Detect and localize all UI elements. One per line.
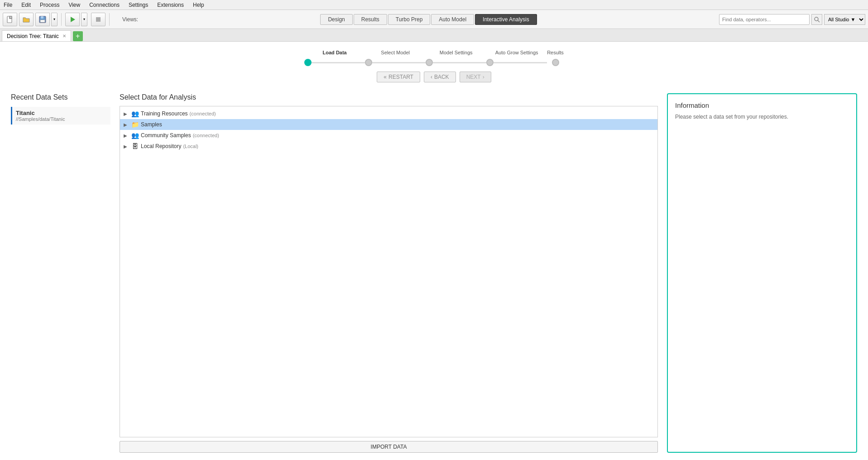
recent-item-name: Titanic: [16, 110, 107, 116]
tab-design[interactable]: Design: [320, 14, 352, 25]
tab-close-button[interactable]: ✕: [62, 34, 66, 38]
search-area: All Studio ▼: [719, 14, 865, 25]
tree-icon-local: 🗄: [131, 143, 139, 150]
step-select-model-label: Select Model: [381, 50, 410, 55]
tabbar: Decision Tree: Titanic ✕ +: [0, 29, 868, 42]
connector-2: [372, 62, 426, 63]
content-area: Recent Data Sets Titanic //Samples/data/…: [0, 86, 868, 460]
run-dropdown-button[interactable]: ▾: [81, 13, 87, 26]
tree-label-community: Community Samples: [141, 132, 191, 139]
views-label: Views:: [122, 16, 138, 23]
info-title: Information: [675, 101, 849, 109]
tree-item-local[interactable]: ▶ 🗄 Local Repository (Local): [120, 141, 657, 152]
search-input[interactable]: [719, 14, 810, 25]
separator-2: [109, 13, 110, 26]
tree-arrow-community: ▶: [124, 133, 129, 138]
svg-marker-5: [71, 17, 75, 22]
menu-connections[interactable]: Connections: [87, 2, 121, 8]
new-button[interactable]: [3, 13, 17, 26]
svg-line-8: [818, 20, 820, 22]
wizard-steps: Load Data Select Model Model Settings Au…: [0, 42, 868, 68]
back-icon: ‹: [431, 74, 432, 80]
tree-arrow-local: ▶: [124, 144, 129, 149]
open-button[interactable]: [19, 13, 34, 26]
tree-item-samples[interactable]: ▶ 📁 Samples: [120, 119, 657, 130]
tree-sublabel-training: (connected): [190, 111, 216, 116]
menu-file[interactable]: File: [2, 2, 14, 8]
svg-rect-6: [96, 17, 101, 22]
next-icon: ›: [483, 74, 484, 80]
restart-icon: «: [384, 74, 387, 80]
connector-4: [494, 62, 547, 63]
tree-sublabel-community: (connected): [193, 133, 219, 138]
step-model-settings-dot: [426, 59, 433, 66]
restart-label: RESTART: [388, 74, 413, 80]
info-panel: Information Please select a data set fro…: [667, 93, 857, 453]
stop-button[interactable]: [91, 13, 106, 26]
step-auto-grow-settings-dot: [486, 59, 494, 66]
search-button[interactable]: [811, 14, 822, 25]
step-model-settings-label: Model Settings: [440, 50, 473, 55]
svg-point-7: [815, 17, 818, 21]
left-panel: Recent Data Sets Titanic //Samples/data/…: [11, 93, 110, 453]
step-results-dot: [552, 59, 559, 66]
svg-rect-1: [10, 16, 12, 19]
step-load-data-dot: [304, 59, 312, 66]
tree-arrow-samples: ▶: [124, 122, 129, 127]
next-button[interactable]: NEXT ›: [460, 72, 491, 82]
connector-3: [433, 62, 486, 63]
info-text: Please select a data set from your repos…: [675, 114, 849, 120]
tree-label-training: Training Resources: [141, 110, 188, 117]
next-label: NEXT: [466, 74, 481, 80]
restart-button[interactable]: « RESTART: [377, 72, 420, 82]
active-tab[interactable]: Decision Tree: Titanic ✕: [2, 30, 71, 41]
recent-item-titanic[interactable]: Titanic //Samples/data/Titanic: [11, 107, 110, 125]
back-label: BACK: [434, 74, 449, 80]
select-data-title: Select Data for Analysis: [120, 93, 658, 101]
wizard-nav: « RESTART ‹ BACK NEXT ›: [0, 68, 868, 86]
menu-extensions[interactable]: Extensions: [155, 2, 186, 8]
tree-item-training[interactable]: ▶ 👥 Training Resources (connected): [120, 108, 657, 119]
step-model-settings: Model Settings: [426, 50, 486, 66]
studio-dropdown[interactable]: All Studio ▼: [824, 14, 865, 25]
add-tab-button[interactable]: +: [73, 31, 83, 41]
step-results-label: Results: [547, 50, 564, 55]
tree-label-local: Local Repository: [141, 143, 181, 149]
step-results: Results: [547, 50, 564, 66]
save-dropdown-button[interactable]: ▾: [51, 13, 58, 26]
import-data-button[interactable]: IMPORT DATA: [120, 441, 658, 453]
back-button[interactable]: ‹ BACK: [424, 72, 456, 82]
tab-results[interactable]: Results: [354, 14, 387, 25]
tree-item-community[interactable]: ▶ 👥 Community Samples (connected): [120, 130, 657, 141]
tree-arrow-training: ▶: [124, 111, 129, 116]
menu-edit[interactable]: Edit: [19, 2, 33, 8]
tree-icon-samples: 📁: [131, 121, 139, 128]
svg-rect-3: [41, 16, 43, 19]
menu-process[interactable]: Process: [38, 2, 61, 8]
tab-automodel[interactable]: Auto Model: [431, 14, 474, 25]
tree-icon-training: 👥: [131, 110, 139, 117]
tab-label: Decision Tree: Titanic: [7, 33, 59, 39]
step-auto-grow-settings: Auto Grow Settings: [486, 50, 547, 66]
step-load-data-label: Load Data: [323, 50, 347, 55]
recent-item-path: //Samples/data/Titanic: [16, 116, 107, 122]
recent-datasets-title: Recent Data Sets: [11, 93, 110, 101]
tab-turboprep[interactable]: Turbo Prep: [388, 14, 431, 25]
menu-settings[interactable]: Settings: [127, 2, 150, 8]
run-button[interactable]: [65, 13, 80, 26]
tree-label-samples: Samples: [141, 121, 162, 128]
views-tabs: Design Results Turbo Prep Auto Model Int…: [140, 14, 717, 25]
tab-interactive-analysis[interactable]: Interactive Analysis: [475, 14, 537, 25]
main-content: Load Data Select Model Model Settings Au…: [0, 42, 868, 460]
tree-sublabel-local: (Local): [183, 144, 198, 149]
menubar: File Edit Process View Connections Setti…: [0, 0, 868, 10]
step-auto-grow-settings-label: Auto Grow Settings: [495, 50, 538, 55]
step-load-data: Load Data: [304, 50, 365, 66]
step-select-model-dot: [365, 59, 372, 66]
save-button[interactable]: [35, 13, 50, 26]
toolbar: ▾ ▾ Views: Design Results Turbo Prep Aut…: [0, 10, 868, 29]
menu-view[interactable]: View: [67, 2, 82, 8]
repo-tree: ▶ 👥 Training Resources (connected) ▶ 📁 S…: [120, 106, 658, 437]
tree-icon-community: 👥: [131, 132, 139, 139]
menu-help[interactable]: Help: [191, 2, 206, 8]
